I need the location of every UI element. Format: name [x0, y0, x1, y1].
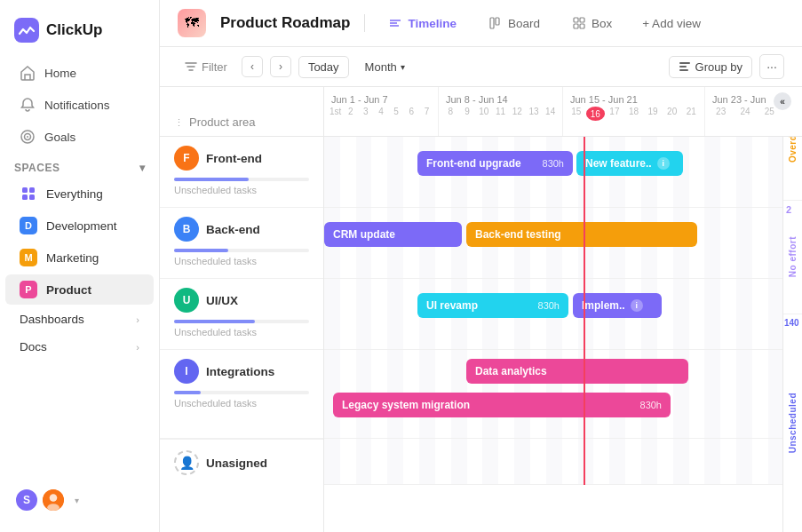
- app-name: ClickUp: [46, 21, 102, 39]
- more-options-button[interactable]: ···: [759, 54, 784, 79]
- noeffort-badge-section: No effort 2: [783, 201, 802, 314]
- group-by-button[interactable]: Group by: [669, 56, 752, 78]
- task-bar-ui-revamp[interactable]: UI revamp 830h: [417, 293, 568, 318]
- week-4-days: 23 24 25: [705, 107, 785, 116]
- collapse-button[interactable]: «: [774, 92, 791, 110]
- day-label: 4: [373, 107, 388, 116]
- backend-avatar: B: [174, 217, 199, 242]
- today-button[interactable]: Today: [298, 56, 349, 78]
- chevron-down-icon[interactable]: ▾: [139, 162, 146, 174]
- svg-point-9: [50, 494, 58, 502]
- timeline-icon: [388, 16, 402, 30]
- svg-point-3: [27, 136, 28, 138]
- page-title: Product Roadmap: [220, 14, 350, 32]
- sidebar-item-home[interactable]: Home: [5, 58, 154, 88]
- week-2-days: 8 9 10 11 12 13 14: [439, 107, 562, 116]
- week-col-2: Jun 8 - Jun 14 8 9 10 11 12 13 14: [439, 87, 563, 136]
- sidebar-item-product[interactable]: P Product: [5, 274, 154, 305]
- day-label: 6: [404, 107, 419, 116]
- product-area-header: Product area: [189, 115, 255, 129]
- spaces-label: Spaces: [14, 162, 60, 174]
- uiux-avatar: U: [174, 288, 199, 313]
- task-bar-crm[interactable]: CRM update: [324, 222, 462, 247]
- svg-rect-21: [679, 66, 687, 67]
- day-label: 20: [663, 107, 682, 121]
- prev-button[interactable]: ‹: [242, 56, 263, 77]
- svg-rect-22: [679, 69, 688, 71]
- box-tab-label: Box: [592, 17, 612, 30]
- sidebar-item-dashboards[interactable]: Dashboards ›: [5, 306, 154, 332]
- add-view-button[interactable]: + Add view: [635, 12, 708, 35]
- tab-box[interactable]: Box: [563, 12, 621, 35]
- row-item-backend: B Back-end Unscheduled tasks: [160, 208, 323, 279]
- grid-body: Front-end upgrade 830h New feature.. i C…: [324, 137, 802, 485]
- tab-timeline[interactable]: Timeline: [379, 12, 465, 35]
- day-label: 8: [442, 107, 459, 116]
- frontend-progress-fill: [174, 178, 249, 181]
- filter-button[interactable]: Filter: [178, 57, 234, 77]
- week-1-label: Jun 1 - Jun 7: [324, 87, 438, 107]
- month-button[interactable]: Month ▾: [356, 57, 414, 77]
- row-item-integrations: I Integrations Unscheduled tasks: [160, 350, 323, 439]
- unassigned-avatar: 👤: [174, 450, 199, 475]
- dashboards-chevron: ›: [136, 314, 139, 325]
- day-label: 9: [459, 107, 476, 116]
- timeline-tab-label: Timeline: [408, 17, 457, 30]
- tab-board[interactable]: Board: [480, 12, 549, 35]
- group-by-label: Group by: [695, 60, 742, 74]
- month-chevron: ▾: [401, 62, 405, 72]
- sidebar-item-marketing[interactable]: M Marketing: [5, 242, 154, 273]
- row-item-uiux: U UI/UX Unscheduled tasks: [160, 279, 323, 350]
- sidebar-item-development[interactable]: D Development: [5, 210, 154, 241]
- task-bar-implement[interactable]: Implem.. i: [573, 293, 662, 318]
- user-avatar-s[interactable]: S: [14, 488, 39, 512]
- marketing-avatar: M: [20, 249, 37, 266]
- timeline-header: Jun 1 - Jun 7 1st 2 3 4 5 6 7 J: [324, 87, 802, 137]
- sidebar-item-notifications[interactable]: Notifications: [5, 90, 154, 120]
- day-label: 1st: [328, 107, 343, 116]
- grid-row-backend: CRM update Back-end testing: [324, 208, 802, 279]
- topbar: 🗺 Product Roadmap Timeline Board: [160, 0, 802, 47]
- day-label: 14: [542, 107, 559, 116]
- svg-rect-14: [490, 18, 494, 28]
- svg-rect-19: [580, 24, 584, 28]
- row-labels-header: ⋮ Product area: [160, 87, 323, 137]
- day-label: 21: [681, 107, 701, 121]
- week-2-label: Jun 8 - Jun 14: [439, 87, 562, 107]
- sidebar-item-docs[interactable]: Docs ›: [5, 334, 154, 360]
- today-line: [584, 137, 585, 485]
- main-content: 🗺 Product Roadmap Timeline Board: [160, 0, 802, 532]
- development-label: Development: [46, 219, 117, 233]
- day-label: 10: [475, 107, 492, 116]
- sidebar-item-goals[interactable]: Goals: [5, 122, 154, 152]
- info-icon: i: [657, 157, 670, 170]
- task-bar-frontend-upgrade[interactable]: Front-end upgrade 830h: [417, 151, 573, 176]
- task-label: Back-end testing: [475, 228, 561, 241]
- row-labels: ⋮ Product area F Front-end Unscheduled t…: [160, 87, 324, 532]
- day-label: 11: [492, 107, 509, 116]
- task-bar-legacy[interactable]: Legacy system migration 830h: [333, 393, 671, 417]
- backend-name: Back-end: [206, 223, 260, 236]
- frontend-unscheduled: Unscheduled tasks: [174, 185, 309, 195]
- task-bar-data-analytics[interactable]: Data analytics: [466, 359, 688, 384]
- task-label: Front-end upgrade: [426, 157, 521, 170]
- month-label: Month: [365, 60, 397, 74]
- svg-rect-16: [574, 18, 578, 22]
- box-icon: [572, 16, 586, 30]
- integrations-name: Integrations: [206, 365, 274, 378]
- chevron-icon: ▾: [75, 496, 79, 505]
- svg-rect-15: [496, 18, 499, 25]
- user-avatar-photo[interactable]: [41, 488, 66, 512]
- side-badges: « Overdue 3 No effort 2 Unscheduled 140: [782, 87, 802, 532]
- task-bar-backend-testing[interactable]: Back-end testing: [466, 222, 697, 247]
- svg-rect-20: [679, 62, 690, 64]
- home-icon: [20, 65, 36, 81]
- next-button[interactable]: ›: [270, 56, 291, 77]
- sidebar-item-everything[interactable]: Everything: [5, 179, 154, 209]
- day-label: 12: [509, 107, 526, 116]
- day-label: 23: [709, 107, 733, 116]
- task-bar-new-feature[interactable]: New feature.. i: [576, 151, 683, 176]
- row-item-unassigned: 👤 Unasigned: [160, 439, 323, 486]
- filter-icon: [185, 60, 197, 73]
- uiux-progress-bg: [174, 320, 309, 323]
